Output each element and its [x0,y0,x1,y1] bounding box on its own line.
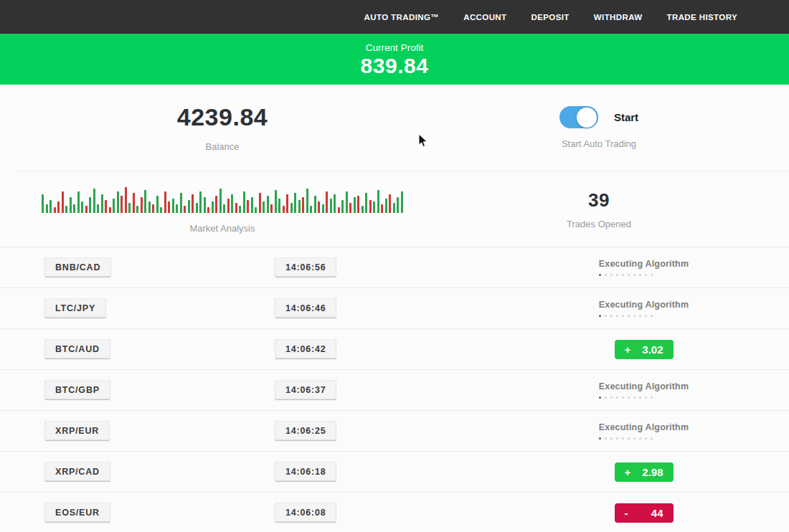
progress-dot [633,437,636,440]
start-auto-trading-toggle[interactable] [559,106,598,128]
table-row: BTC/AUD 14:06:42 + 3.02 [0,328,789,369]
progress-dot [651,274,653,276]
progress-dot [599,437,601,440]
chart-bar [184,206,186,213]
trades-opened-value: 39 [588,189,610,212]
chart-bar [188,200,190,213]
progress-dot [628,315,630,317]
chart-bar [125,187,127,213]
time-button[interactable]: 14:06:08 [275,503,336,523]
chart-bar [278,199,280,213]
chart-bar [362,206,364,213]
pair-button[interactable]: XRP/CAD [44,462,110,483]
time-button[interactable]: 14:06:56 [275,257,336,278]
chart-bar [283,206,285,213]
table-row: LTC/JPY 14:06:46 Executing Algorithm [0,288,789,328]
nav-item-trade-history[interactable]: TRADE HISTORY [667,13,738,22]
result-sign: + [625,466,631,478]
progress-dot [645,274,647,276]
progress-dot [599,274,601,276]
chart-bar [148,201,151,213]
pair-button[interactable]: BNB/CAD [44,257,111,278]
chart-bar [298,200,301,213]
chart-bar [251,197,253,213]
chart-bar [223,204,225,213]
chart-bar [89,197,91,213]
pair-button[interactable]: XRP/EUR [44,421,110,442]
progress-dot [639,437,641,440]
market-analysis-label: Market Analysis [189,223,255,234]
chart-bar [62,191,64,213]
chart-bar [302,197,304,213]
result-amount: 44 [651,507,663,519]
market-analysis-block: Market Analysis [0,171,445,247]
chart-bar [164,191,166,213]
result-badge: - 44 [615,503,674,523]
progress-dot [622,315,624,317]
progress-dot [645,396,647,399]
nav-item-deposit[interactable]: DEPOSIT [531,13,570,22]
trade-result-cell: + 3.02 [567,329,721,369]
trade-result-cell: + 2.98 [567,452,721,492]
executing-algorithm-status: Executing Algorithm [599,259,689,276]
chart-bar [105,200,107,213]
chart-bar [136,206,138,213]
chart-bar [341,200,344,213]
chart-bar [109,207,111,213]
progress-dot [633,315,636,317]
chart-bar [306,189,308,213]
chart-bar [322,204,324,213]
time-button[interactable]: 14:06:42 [275,339,336,360]
chart-bar [215,196,217,213]
chart-bar [77,191,80,213]
chart-bar [207,207,209,213]
chart-bar [397,197,399,213]
executing-algorithm-status: Executing Algorithm [599,300,689,317]
chart-bar [401,191,403,213]
time-button[interactable]: 14:06:46 [275,298,336,319]
chart-bar [54,207,56,213]
balance-block: 4239.84 Balance [0,85,445,171]
chart-bar [196,203,198,213]
chart-bar [275,190,277,213]
chart-bar [381,204,383,213]
chart-bar [270,204,273,213]
time-button[interactable]: 14:06:37 [275,380,336,401]
chart-bar [70,197,72,213]
chart-bar [57,201,60,213]
chart-bar [239,206,241,213]
nav-item-withdraw[interactable]: WITHDRAW [594,13,643,22]
pair-button[interactable]: BTC/AUD [44,339,110,360]
chart-bar [338,207,340,213]
pair-button[interactable]: BTC/GBP [44,380,110,401]
progress-dot [651,396,653,399]
progress-dot [616,396,618,399]
trade-result-cell: Executing Algorithm [567,411,721,451]
chart-bar [369,200,372,213]
chart-bar [263,201,265,213]
progress-dot [645,315,647,317]
table-row: BNB/CAD 14:06:56 Executing Algorithm [0,247,789,288]
market-analysis-chart [42,184,403,213]
executing-algorithm-label: Executing Algorithm [599,381,689,391]
current-profit-label: Current Profit [366,42,423,53]
pair-button[interactable]: EOS/EUR [44,503,110,523]
nav-item-account[interactable]: ACCOUNT [463,13,506,22]
chart-bar [199,191,202,213]
nav-item-auto-trading[interactable]: AUTO TRADING™ [364,13,440,22]
progress-dot [639,396,641,399]
chart-bar [310,206,312,213]
time-button[interactable]: 14:06:25 [275,421,336,442]
pair-button[interactable]: LTC/JPY [44,298,106,319]
chart-bar [255,207,257,213]
trades-list: BNB/CAD 14:06:56 Executing Algorithm LTC… [0,247,789,532]
chart-bar [141,197,143,213]
chart-bar [46,204,48,213]
chart-bar [81,201,83,213]
trade-result-cell: Executing Algorithm [567,288,721,328]
progress-dot [616,315,618,317]
time-button[interactable]: 14:06:18 [275,462,336,483]
chart-bar [212,201,214,213]
trades-opened-block: 39 Trades Opened [445,171,753,247]
auto-trading-block: Start Start Auto Trading [445,85,753,171]
